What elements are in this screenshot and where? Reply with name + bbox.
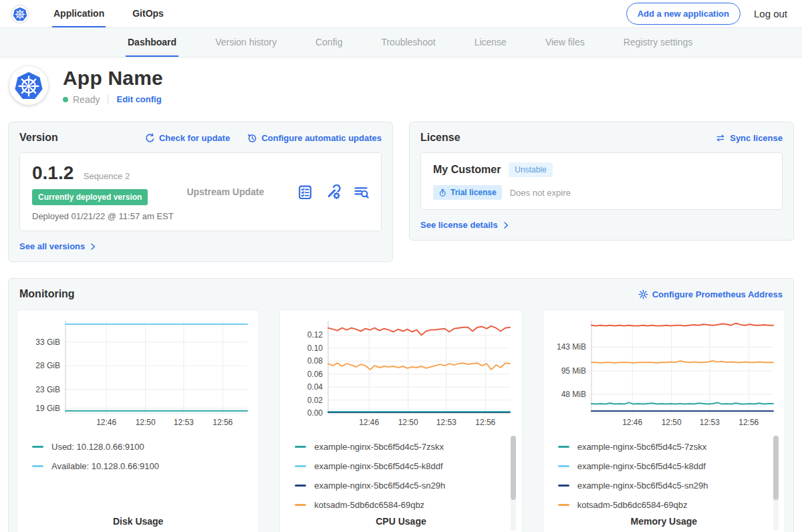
chart-svg: 33 GiB28 GiB23 GiB19 GiB12:4612:5012:531…	[24, 317, 250, 430]
kubernetes-app-icon	[14, 71, 43, 100]
chart-legend: example-nginx-5bc6f5d4c5-7zskxexample-ng…	[550, 437, 778, 515]
subnav-tab-license[interactable]: License	[473, 28, 509, 57]
license-panel: License Sync license My Customer Unstabl…	[409, 122, 794, 241]
legend-item: example-nginx-5bc6f5d4c5-k8ddf	[295, 456, 515, 476]
refresh-icon	[145, 133, 155, 143]
svg-text:12:46: 12:46	[360, 418, 380, 427]
legend-swatch	[558, 485, 569, 487]
legend-item: example-nginx-5bc6f5d4c5-sn29h	[558, 476, 778, 495]
main-content: Version Check for update	[0, 122, 802, 532]
app-status: Ready	[73, 94, 100, 105]
legend-label: example-nginx-5bc6f5d4c5-k8ddf	[577, 461, 706, 471]
legend-swatch	[295, 446, 306, 448]
cpu-usage-chart-card: 0.120.100.080.060.040.020.0012:4612:5012…	[279, 309, 522, 532]
app-header: App Name Ready Edit config	[0, 57, 802, 115]
legend-scrollbar[interactable]	[773, 436, 779, 531]
subnav-tab-dashboard[interactable]: Dashboard	[126, 28, 178, 57]
logout-link[interactable]: Log out	[754, 8, 787, 19]
customer-name: My Customer	[433, 164, 501, 176]
legend-label: example-nginx-5bc6f5d4c5-sn29h	[314, 481, 445, 491]
edit-config-link[interactable]: Edit config	[116, 94, 161, 104]
update-source-label: Upstream Update	[186, 186, 264, 197]
nav-tab-application[interactable]: Application	[52, 0, 106, 27]
legend-label: Available: 10.128.0.66:9100	[51, 461, 159, 471]
svg-text:12:50: 12:50	[398, 418, 418, 427]
kubernetes-wheel-icon	[13, 7, 27, 21]
license-panel-title: License	[420, 132, 460, 144]
subnav-tab-troubleshoot[interactable]: Troubleshoot	[379, 28, 437, 57]
monitoring-panel: Monitoring Configure Prometheus Address …	[8, 278, 794, 532]
sync-icon	[715, 133, 726, 143]
svg-text:0.12: 0.12	[307, 330, 323, 340]
legend-scrollbar[interactable]	[511, 436, 516, 531]
license-expiry: Does not expire	[510, 188, 571, 198]
check-for-update-link[interactable]: Check for update	[145, 133, 230, 143]
svg-text:0.06: 0.06	[307, 370, 323, 379]
add-application-button[interactable]: Add a new application	[626, 3, 741, 25]
kubernetes-logo-icon[interactable]	[11, 5, 29, 23]
edit-config-icon[interactable]	[325, 184, 341, 200]
subnav-tab-view-files[interactable]: View files	[543, 28, 587, 57]
svg-text:12:53: 12:53	[174, 418, 194, 427]
legend-item: kotsadm-5db6dc6584-69qbz	[295, 495, 515, 515]
configure-auto-updates-link[interactable]: Configure automatic updates	[247, 133, 382, 143]
svg-text:12:46: 12:46	[622, 418, 642, 427]
see-license-details-link[interactable]: See license details	[420, 220, 510, 230]
svg-text:48 MiB: 48 MiB	[561, 390, 585, 399]
svg-text:19 GiB: 19 GiB	[35, 404, 60, 413]
navbar-tabs: ApplicationGitOps	[52, 0, 190, 27]
version-panel: Version Check for update	[8, 122, 393, 262]
legend-label: Used: 10.128.0.66:9100	[51, 442, 144, 452]
svg-text:12:50: 12:50	[136, 418, 156, 427]
chart-title: Memory Usage	[543, 516, 785, 527]
app-subnav: DashboardVersion historyConfigTroublesho…	[0, 28, 802, 57]
gear-icon	[638, 289, 648, 299]
clock-arrow-icon	[247, 133, 257, 143]
svg-text:12:56: 12:56	[213, 418, 233, 427]
legend-label: example-nginx-5bc6f5d4c5-k8ddf	[314, 461, 442, 471]
scrollbar-thumb[interactable]	[773, 436, 779, 500]
stopwatch-icon	[438, 188, 447, 197]
divider	[108, 94, 108, 104]
legend-item: kotsadm-5db6dc6584-69qbz	[558, 495, 778, 515]
preflight-checks-icon[interactable]	[297, 184, 313, 200]
nav-tab-gitops[interactable]: GitOps	[131, 0, 165, 27]
chart-plot: 33 GiB28 GiB23 GiB19 GiB12:4612:5012:531…	[24, 317, 252, 430]
legend-swatch	[32, 465, 43, 467]
legend-item: example-nginx-5bc6f5d4c5-7zskx	[295, 437, 515, 456]
chart-plot: 143 MiB95 MiB48 MiB12:4612:5012:5312:56	[550, 317, 778, 430]
legend-item: example-nginx-5bc6f5d4c5-7zskx	[558, 437, 778, 456]
top-navbar: ApplicationGitOps Add a new application …	[0, 0, 802, 28]
app-icon	[9, 66, 48, 105]
chevron-right-icon	[502, 221, 510, 229]
svg-text:12:50: 12:50	[661, 418, 681, 427]
chart-legend: Used: 10.128.0.66:9100Available: 10.128.…	[24, 437, 252, 476]
subnav-tab-version-history[interactable]: Version history	[213, 28, 279, 57]
subnav-tab-registry-settings[interactable]: Registry settings	[622, 28, 694, 57]
svg-text:12:56: 12:56	[476, 418, 496, 427]
see-all-versions-link[interactable]: See all versions	[19, 241, 97, 251]
legend-item: Available: 10.128.0.66:9100	[32, 456, 252, 476]
legend-item: example-nginx-5bc6f5d4c5-sn29h	[295, 476, 515, 495]
legend-item: example-nginx-5bc6f5d4c5-k8ddf	[558, 456, 778, 476]
chart-legend: example-nginx-5bc6f5d4c5-7zskxexample-ng…	[287, 437, 515, 515]
status-dot	[63, 97, 68, 102]
svg-text:12:53: 12:53	[436, 418, 456, 427]
svg-text:0.08: 0.08	[307, 356, 323, 366]
svg-text:0.00: 0.00	[307, 408, 323, 418]
chart-svg: 0.120.100.080.060.040.020.0012:4612:5012…	[287, 317, 513, 430]
legend-swatch	[295, 465, 306, 467]
page-title: App Name	[63, 67, 163, 90]
svg-text:95 MiB: 95 MiB	[561, 366, 585, 376]
chart-svg: 143 MiB95 MiB48 MiB12:4612:5012:5312:56	[550, 317, 776, 430]
subnav-tab-config[interactable]: Config	[313, 28, 344, 57]
configure-prometheus-link[interactable]: Configure Prometheus Address	[638, 289, 783, 299]
scrollbar-thumb[interactable]	[511, 436, 516, 500]
legend-swatch	[32, 446, 43, 448]
legend-label: example-nginx-5bc6f5d4c5-7zskx	[577, 442, 707, 452]
legend-swatch	[295, 504, 306, 506]
deploy-logs-icon[interactable]	[354, 184, 369, 200]
svg-text:0.02: 0.02	[307, 396, 323, 405]
license-detail-card: My Customer Unstable Trial license Does …	[420, 152, 783, 210]
sync-license-link[interactable]: Sync license	[715, 133, 783, 143]
